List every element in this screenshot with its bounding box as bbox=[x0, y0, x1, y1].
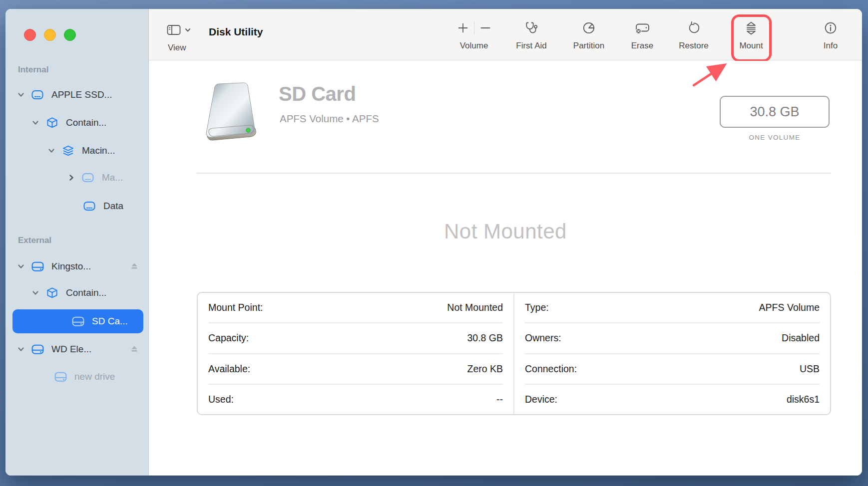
erase-drive-icon bbox=[635, 21, 650, 35]
stethoscope-icon bbox=[524, 21, 538, 35]
toolbar-item-label: Restore bbox=[664, 41, 724, 51]
add-volume-button[interactable] bbox=[457, 22, 469, 34]
sidebar-panel-icon bbox=[167, 24, 181, 36]
toolbar-item-restore[interactable]: Restore bbox=[664, 20, 724, 51]
chevron-down-icon[interactable] bbox=[45, 147, 58, 155]
volume-name: SD Card bbox=[279, 83, 356, 105]
mount-status-text: Not Mounted bbox=[149, 220, 862, 243]
internal-disk-icon bbox=[30, 88, 45, 101]
chevron-right-icon[interactable] bbox=[65, 174, 78, 182]
sidebar-item-container-internal[interactable]: Contain... bbox=[10, 112, 144, 134]
minimize-button[interactable] bbox=[44, 29, 56, 41]
external-drive-icon bbox=[30, 260, 45, 273]
sidebar-item-label: Contain... bbox=[66, 287, 106, 298]
external-drive-icon bbox=[70, 315, 85, 328]
sidebar-item-data[interactable]: Data bbox=[10, 195, 144, 217]
red-arrow-annotation bbox=[678, 61, 738, 96]
detail-value: USB bbox=[800, 363, 820, 375]
external-drive-3d-icon bbox=[199, 82, 258, 147]
chevron-down-icon bbox=[184, 26, 191, 33]
info-circle-icon bbox=[824, 21, 837, 34]
chevron-down-icon[interactable] bbox=[29, 289, 42, 297]
container-icon bbox=[44, 287, 59, 299]
eject-icon[interactable] bbox=[130, 262, 138, 270]
restore-arrow-icon bbox=[687, 21, 700, 34]
toolbar-item-partition[interactable]: Partition bbox=[559, 20, 619, 51]
main-panel: SD Card APFS Volume • APFS 30.8 GB ONE V… bbox=[149, 61, 862, 476]
detail-value: Zero KB bbox=[467, 363, 503, 375]
sidebar-item-label: new drive bbox=[74, 371, 115, 382]
sidebar-section-internal: Internal bbox=[18, 65, 48, 75]
detail-value: 30.8 GB bbox=[467, 332, 503, 344]
detail-label: Used: bbox=[208, 394, 234, 405]
toolbar-item-label: Erase bbox=[612, 41, 672, 51]
sidebar-item-label: Contain... bbox=[66, 117, 106, 128]
toolbar-item-label: First Aid bbox=[501, 41, 561, 51]
desktop: Internal APPLE SSD... Contain... Macin..… bbox=[0, 0, 868, 486]
zoom-button[interactable] bbox=[64, 29, 76, 41]
view-button[interactable]: View bbox=[167, 22, 202, 53]
container-icon bbox=[44, 117, 59, 129]
table-row: Type: APFS Volume bbox=[525, 293, 820, 323]
table-row: Connection: USB bbox=[525, 354, 820, 385]
detail-label: Available: bbox=[208, 363, 250, 375]
toolbar: View Disk Utility Volume First Aid bbox=[149, 9, 862, 60]
sidebar-item-kingston[interactable]: Kingsto... bbox=[10, 255, 144, 277]
chevron-down-icon[interactable] bbox=[14, 91, 27, 99]
remove-volume-button[interactable] bbox=[479, 22, 491, 34]
details-left-column: Mount Point: Not Mounted Capacity: 30.8 … bbox=[198, 293, 514, 414]
chevron-down-icon[interactable] bbox=[14, 262, 27, 270]
detail-label: Connection: bbox=[525, 363, 577, 375]
detail-label: Mount Point: bbox=[208, 302, 263, 313]
detail-value: Not Mounted bbox=[447, 302, 503, 313]
sidebar-item-wd-elements[interactable]: WD Ele... bbox=[10, 338, 144, 360]
disk-icon bbox=[82, 200, 97, 213]
detail-value: APFS Volume bbox=[759, 302, 820, 313]
sidebar-section-external: External bbox=[18, 236, 51, 245]
detail-label: Type: bbox=[525, 302, 549, 313]
sidebar-item-macintosh-sub[interactable]: Ma... bbox=[10, 167, 144, 189]
volume-subtitle: APFS Volume • APFS bbox=[280, 113, 379, 125]
toolbar-item-erase[interactable]: Erase bbox=[612, 20, 672, 51]
detail-label: Capacity: bbox=[208, 332, 249, 344]
pie-chart-icon bbox=[582, 21, 595, 34]
toolbar-item-label: Partition bbox=[559, 41, 619, 51]
sidebar-item-label: Ma... bbox=[102, 172, 123, 183]
toolbar-item-info[interactable]: Info bbox=[801, 20, 861, 51]
mount-highlight-annotation bbox=[731, 14, 772, 62]
table-row: Device: disk6s1 bbox=[525, 385, 820, 414]
toolbar-item-first-aid[interactable]: First Aid bbox=[501, 20, 561, 51]
window-title: Disk Utility bbox=[209, 26, 263, 38]
toolbar-item-label: Volume bbox=[444, 41, 504, 51]
divider bbox=[474, 21, 474, 35]
sidebar-item-label: Kingsto... bbox=[51, 261, 91, 272]
detail-value: disk6s1 bbox=[787, 394, 820, 405]
capacity-caption: ONE VOLUME bbox=[720, 134, 830, 141]
view-label: View bbox=[168, 43, 202, 53]
disk-icon bbox=[80, 171, 95, 184]
toolbar-item-label: Info bbox=[801, 41, 861, 51]
sidebar: Internal APPLE SSD... Contain... Macin..… bbox=[5, 9, 149, 476]
sidebar-item-apple-ssd[interactable]: APPLE SSD... bbox=[10, 84, 144, 106]
volume-layers-icon bbox=[60, 145, 75, 157]
toolbar-item-volume: Volume bbox=[444, 20, 504, 51]
eject-icon[interactable] bbox=[130, 345, 138, 353]
table-row: Mount Point: Not Mounted bbox=[208, 293, 503, 323]
chevron-down-icon[interactable] bbox=[14, 345, 27, 353]
details-right-column: Type: APFS Volume Owners: Disabled Conne… bbox=[514, 293, 830, 414]
detail-label: Owners: bbox=[525, 332, 561, 344]
sidebar-item-sd-card[interactable]: SD Ca... bbox=[12, 309, 143, 333]
table-row: Capacity: 30.8 GB bbox=[208, 323, 503, 354]
sidebar-item-macintosh-hd[interactable]: Macin... bbox=[10, 140, 144, 162]
detail-label: Device: bbox=[525, 394, 557, 405]
sidebar-item-container-external[interactable]: Contain... bbox=[10, 282, 144, 304]
chevron-down-icon[interactable] bbox=[29, 119, 42, 127]
disk-utility-window: Internal APPLE SSD... Contain... Macin..… bbox=[5, 9, 862, 476]
sidebar-item-new-drive[interactable]: new drive bbox=[10, 366, 144, 388]
sidebar-item-label: WD Ele... bbox=[51, 344, 91, 355]
sidebar-item-label: Macin... bbox=[82, 145, 115, 156]
close-button[interactable] bbox=[24, 29, 36, 41]
table-row: Available: Zero KB bbox=[208, 354, 503, 385]
sidebar-item-label: SD Ca... bbox=[92, 316, 128, 327]
capacity-badge: 30.8 GB bbox=[720, 96, 830, 128]
